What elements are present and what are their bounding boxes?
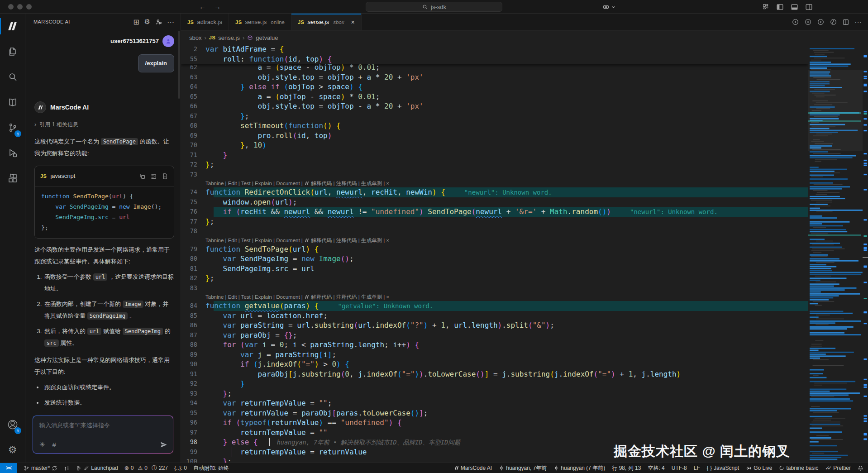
nav-back-circle-icon[interactable] (792, 18, 799, 26)
toggle-secondary-sidebar-icon[interactable] (805, 3, 813, 11)
codelens-row[interactable]: Tabnine | Edit | Test | Explain | Docume… (181, 236, 808, 244)
go-live-button[interactable]: Go Live (746, 465, 772, 471)
code-line: 68 setTimeout(function() { (181, 121, 808, 131)
new-file-code-icon[interactable] (162, 173, 168, 180)
code-line: 93 }; (181, 389, 808, 399)
minimize-window-icon[interactable] (17, 4, 23, 10)
sidebar-item-source-control[interactable]: 1 (0, 115, 25, 140)
overview-ruler[interactable] (863, 44, 868, 463)
sidebar-item-marscode-ai[interactable] (0, 14, 25, 39)
code-line: 70 }, 10) (181, 140, 808, 150)
breadcrumb-separator: › (243, 34, 244, 41)
editor-more-actions-icon[interactable]: ⋯ (854, 18, 862, 26)
feedback-icon[interactable] (155, 19, 162, 25)
account-button[interactable]: 1 (0, 412, 25, 437)
code-line: 84function getvalue(paras) {"getvalue": … (181, 301, 808, 311)
language-mode[interactable]: { } JavaScript (707, 465, 739, 471)
commit-icon (553, 465, 559, 471)
history-back-button[interactable]: ← (199, 3, 206, 10)
command-center-search[interactable]: js-sdk (366, 2, 502, 12)
encoding-status[interactable]: UTF-8 (672, 465, 687, 471)
close-tab-icon[interactable]: × (351, 19, 354, 26)
blame-status-long[interactable]: huangyan (7 年前) (553, 464, 605, 472)
insert-code-icon[interactable] (150, 173, 157, 180)
sidebar-item-docs[interactable] (0, 90, 25, 115)
tabnine-status[interactable]: tabnine basic (779, 465, 818, 471)
code-line: 67 }; (181, 111, 808, 121)
line-number: 2 (181, 44, 205, 54)
line-number: 83 (181, 283, 205, 293)
spellcheck-hint: "newurl": Unknown word. (464, 189, 552, 196)
line-number: 69 (181, 131, 205, 141)
toggle-sidebar-icon[interactable] (776, 3, 784, 11)
sidebar-item-extensions[interactable] (0, 166, 25, 191)
problems-status[interactable]: ⊗0 ⚠0 ⓘ227 (124, 464, 168, 472)
sidebar-scrollbar[interactable] (178, 31, 180, 99)
minimap[interactable] (808, 44, 863, 463)
breadcrumb-separator: › (204, 34, 206, 41)
more-actions-icon[interactable]: ⋯ (167, 18, 174, 26)
context-hash-button[interactable]: # (52, 441, 56, 449)
line-number: 91 (181, 369, 205, 379)
inline-code: url (93, 273, 108, 281)
code-line: 77}; (181, 217, 808, 227)
tab-adtrack-js[interactable]: JS adtrack.js (181, 14, 229, 30)
send-button[interactable] (160, 441, 167, 449)
copy-code-icon[interactable] (139, 173, 146, 180)
codelens-row[interactable]: Tabnine | Edit | Test | Explain | Docume… (181, 293, 808, 301)
customize-layout-icon[interactable] (762, 3, 769, 10)
spellcheck-hint: "newurl": Unknown word. (630, 208, 718, 215)
git-blame-annotation: huangyan, 7年前 • 解决获取不到城市ID、品牌ID、车型ID问题 (277, 439, 461, 446)
sidebar-item-explorer[interactable] (0, 39, 25, 64)
history-forward-button[interactable]: → (214, 3, 221, 10)
nav-forward-circle-icon[interactable] (817, 18, 825, 26)
eol-status[interactable]: LF (694, 465, 700, 471)
commands-icon[interactable]: ✳ (39, 440, 45, 449)
sidebar-item-search[interactable] (0, 64, 25, 90)
sidebar-item-run-debug[interactable] (0, 140, 25, 166)
panel-settings-button[interactable]: ⚙ (144, 18, 150, 26)
inline-code: SendToPage (101, 138, 138, 145)
settings-button[interactable]: ⚙ (0, 437, 25, 463)
panel-title: MARSCODE AI (33, 19, 70, 24)
cursor-position[interactable]: 行 98, 列 13 (612, 464, 641, 472)
sync-icon (52, 465, 57, 471)
bracket-guide (232, 447, 232, 457)
user-message-explain[interactable]: /explain (138, 54, 174, 72)
git-branch-status[interactable]: master* (24, 465, 57, 471)
send-icon (160, 441, 167, 449)
blame-status-short[interactable]: huangyan, 7年前 (499, 464, 547, 472)
reference-toggle[interactable]: › 引用 1 相关信息 (34, 119, 174, 130)
formatter-count[interactable]: {..}: 0 (174, 465, 187, 471)
tab-sense-js-sbox[interactable]: JS sense.js sbox × (291, 14, 362, 30)
line-number: 63 (181, 72, 205, 82)
prettier-status[interactable]: ✓✓ Prettier (825, 465, 851, 471)
line-number: 78 (181, 226, 205, 236)
git-compare-button[interactable] (64, 465, 70, 471)
codelens-row[interactable]: Tabnine | Edit | Test | Explain | Docume… (181, 179, 808, 187)
maximize-window-icon[interactable] (26, 4, 32, 10)
window-controls[interactable] (8, 4, 32, 10)
code-editor[interactable]: 62 a = (space - objTop) * 0.01;63 obj.st… (181, 44, 808, 463)
remote-indicator[interactable]: >< (0, 463, 17, 473)
split-editor-icon[interactable] (842, 19, 849, 26)
new-chat-button[interactable]: ⊞ (133, 18, 139, 26)
nav-dot-circle-icon[interactable] (804, 18, 812, 26)
tab-sense-js-online[interactable]: JS sense.js online (229, 14, 291, 30)
indentation-status[interactable]: 空格: 4 (648, 464, 664, 472)
brush-icon (84, 465, 89, 471)
timeline-circle-icon[interactable] (830, 18, 837, 26)
list-item: 在函数内部，创建了一个新的 Image 对象，并将其赋值给变量 SendPage… (43, 298, 174, 322)
launchpad-button[interactable]: Launchpad (76, 465, 118, 471)
toggle-panel-icon[interactable] (791, 3, 798, 11)
marscode-status[interactable]: MarsCode AI (454, 465, 492, 471)
close-window-icon[interactable] (8, 4, 14, 10)
chat-input[interactable]: 输入消息或者"/"来选择指令 ✳ # (33, 416, 173, 454)
marscode-logo-icon (8, 22, 17, 30)
list-item: 跟踪页面访问或特定事件。 (43, 382, 174, 393)
code-line: 97 returnTempValue = "" (181, 428, 808, 438)
copilot-menu-button[interactable] (602, 0, 615, 14)
notifications-button[interactable] (858, 465, 863, 471)
breadcrumb[interactable]: sbox › JS sense.js › getvalue (181, 31, 868, 44)
auto-attach-status[interactable]: 自动附加: 始终 (193, 464, 229, 472)
